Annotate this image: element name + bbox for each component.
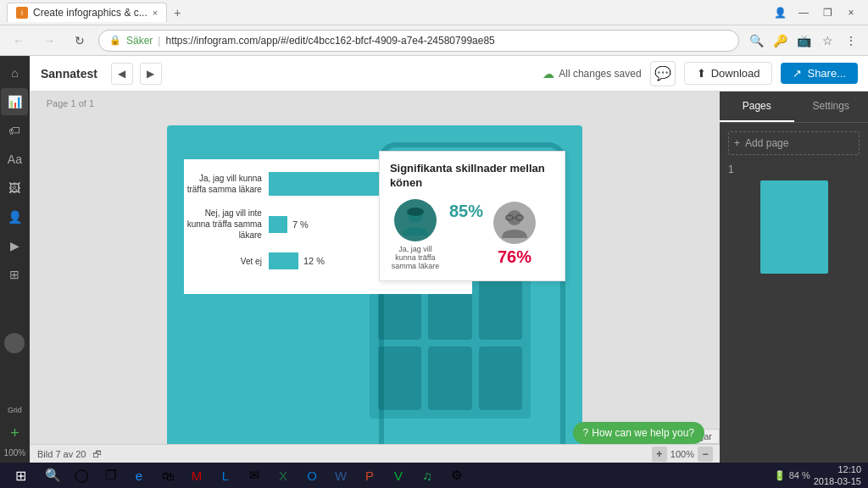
browser-tab[interactable]: i Create infographics & c... × [7, 3, 167, 22]
start-btn[interactable]: ⊞ [3, 463, 37, 487]
help-btn[interactable]: ? How can we help you? [573, 422, 704, 444]
phone-sq-7 [378, 347, 421, 410]
taskbar-store[interactable]: 🛍 [154, 463, 181, 487]
sidebar-home-icon[interactable]: ⌂ [1, 59, 28, 86]
svg-point-1 [407, 208, 424, 216]
address-bar: ← → ↻ 🔒 Säker | https://infogram.com/app… [0, 25, 868, 56]
close-btn[interactable]: × [841, 4, 861, 21]
comment-btn[interactable]: 💬 [650, 61, 676, 86]
taskbar-powerpoint[interactable]: P [356, 463, 383, 487]
taskbar-lync[interactable]: L [212, 463, 239, 487]
taskbar-veeam[interactable]: V [385, 463, 412, 487]
bottom-bar: Bild 7 av 20 🗗 + 100% − [31, 444, 720, 463]
share-icon: ↗ [793, 67, 802, 80]
taskbar-settings[interactable]: ⚙ [442, 463, 470, 487]
download-label: Download [711, 67, 760, 80]
sidebar-toggle-icon[interactable] [4, 333, 25, 353]
page-label: Page 1 of 1 [47, 98, 94, 108]
forward-btn[interactable]: → [37, 29, 61, 53]
time: 12:10 [814, 463, 861, 475]
grid-label: Grid [8, 406, 22, 414]
menu-icon[interactable]: ⋮ [841, 30, 861, 51]
taskbar-icons: 🔍 ◯ ❐ e 🛍 M L ✉ X O W P V ♫ ⚙ [39, 463, 470, 487]
bar-pct-2: 7 % [292, 219, 309, 230]
zoom-minus-btn[interactable]: − [698, 446, 713, 462]
tab-pages[interactable]: Pages [720, 92, 794, 122]
tab-settings[interactable]: Settings [794, 92, 869, 122]
taskbar-view[interactable]: ❐ [97, 463, 124, 487]
female-avatar [394, 199, 437, 241]
add-page-label: Add page [745, 137, 788, 149]
top-bar-right: ☁ All changes saved 💬 ⬆ Download ↗ Share… [542, 61, 858, 86]
share-btn[interactable]: ↗ Share... [781, 63, 858, 84]
popup-stats: 85% [449, 202, 536, 267]
share-label: Share... [807, 67, 846, 80]
minimize-btn[interactable]: — [793, 4, 814, 21]
back-btn[interactable]: ← [7, 29, 31, 53]
refresh-btn[interactable]: ↻ [68, 29, 92, 53]
tab-title: Create infographics & c... [33, 7, 147, 19]
save-status: ☁ All changes saved [542, 67, 641, 80]
sidebar-grid-icon[interactable]: ⊞ [1, 261, 28, 288]
female-stat-val: 85% [449, 202, 483, 267]
phone-sq-6 [479, 277, 522, 341]
taskbar-cortana[interactable]: ◯ [68, 463, 95, 487]
sidebar-plus-icon[interactable]: + [1, 419, 28, 446]
thumb-inner [760, 180, 828, 274]
cast-icon[interactable]: 📺 [793, 30, 814, 51]
taskbar: ⊞ 🔍 ◯ ❐ e 🛍 M L ✉ X O W P V ♫ ⚙ 🔋 84 % 1… [0, 463, 868, 488]
new-tab-btn[interactable]: + [167, 3, 187, 23]
download-btn[interactable]: ⬆ Download [684, 62, 773, 85]
sidebar-video-icon[interactable]: ▶ [1, 232, 28, 259]
taskbar-excel[interactable]: X [270, 463, 297, 487]
url-bar[interactable]: 🔒 Säker | https://infogram.com/app/#/edi… [98, 30, 739, 52]
browser-chrome: i Create infographics & c... × + 👤 — ❐ × [0, 0, 868, 25]
star-icon[interactable]: ☆ [817, 30, 837, 51]
phone-sq-8 [428, 347, 471, 410]
battery-pct: 84 % [789, 470, 810, 480]
slide-size-icon: 🗗 [92, 449, 102, 459]
sidebar-map-icon[interactable]: 👤 [1, 203, 28, 230]
infogram-canvas[interactable]: Ja, jag vill kunna träffa samma läkare 8… [167, 125, 582, 481]
save-status-text: All changes saved [559, 68, 641, 80]
question-icon: ? [583, 427, 589, 439]
undo-btn[interactable]: ◀ [111, 63, 133, 85]
tab-close-btn[interactable]: × [153, 8, 158, 18]
bar-label-2: Nej, jag vill inte kunna träffa samma lä… [184, 208, 269, 241]
restore-btn[interactable]: ❐ [817, 4, 837, 21]
taskbar-mcafee[interactable]: M [183, 463, 210, 487]
taskbar-search[interactable]: 🔍 [39, 463, 66, 487]
left-sidebar: ⌂ 📊 🏷 Aa 🖼 👤 ▶ ⊞ Grid + 100% − [0, 56, 30, 488]
zoom-controls: + 100% − [652, 446, 713, 462]
zoom-level: 100% [670, 449, 694, 459]
bar-label-3: Vet ej [184, 256, 269, 267]
taskbar-spotify[interactable]: ♫ [414, 463, 441, 487]
popup-content-row: Ja, jag vill kunna träffa samma läkare 8… [390, 199, 554, 270]
bar-fill-2 [269, 216, 287, 233]
sidebar-image-icon[interactable]: 🖼 [1, 175, 28, 202]
help-label: How can we help you? [592, 427, 694, 439]
clock: 12:10 2018-03-15 [814, 463, 861, 488]
add-icon: + [734, 137, 740, 149]
taskbar-word[interactable]: W [327, 463, 354, 487]
page-thumbnail[interactable] [760, 180, 828, 274]
key-icon[interactable]: 🔑 [770, 30, 790, 51]
page-number: 1 [728, 164, 860, 175]
zoom-plus-btn[interactable]: + [652, 446, 667, 462]
popup-card: Signifikanta skillnader mellan könen [379, 151, 565, 281]
redo-btn[interactable]: ▶ [140, 63, 162, 85]
url-text: https://infogram.com/app/#/edit/c4bcc162… [165, 35, 728, 47]
add-page-btn[interactable]: + Add page [728, 131, 860, 155]
search-icon[interactable]: 🔍 [746, 30, 766, 51]
taskbar-mail[interactable]: ✉ [241, 463, 268, 487]
popup-title: Signifikanta skillnader mellan könen [390, 162, 554, 191]
sidebar-chart-icon[interactable]: 📊 [1, 88, 28, 115]
male-pct: 76% [498, 247, 531, 267]
sidebar-text-icon[interactable]: Aa [1, 146, 28, 173]
account-icon[interactable]: 👤 [770, 4, 790, 21]
male-avatar [493, 202, 536, 244]
taskbar-edge[interactable]: e [125, 463, 153, 487]
address-actions: 🔍 🔑 📺 ☆ ⋮ [746, 30, 861, 51]
taskbar-outlook[interactable]: O [298, 463, 326, 487]
sidebar-tag-icon[interactable]: 🏷 [1, 117, 28, 144]
